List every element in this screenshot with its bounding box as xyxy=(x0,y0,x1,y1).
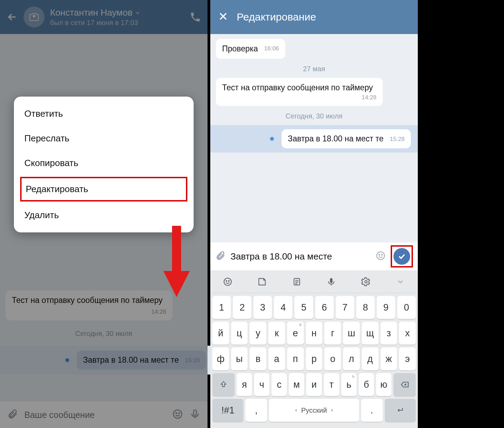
key-г[interactable]: г xyxy=(324,322,341,345)
call-icon[interactable] xyxy=(189,11,201,23)
key-8[interactable]: 8 xyxy=(356,296,375,319)
menu-delete[interactable]: Удалить xyxy=(14,203,194,228)
key-9[interactable]: 9 xyxy=(377,296,395,319)
menu-forward[interactable]: Переслать xyxy=(14,126,194,151)
key-ь[interactable]: ьъ xyxy=(341,373,357,396)
mic-icon[interactable] xyxy=(189,409,201,421)
key-ш[interactable]: ш xyxy=(343,322,360,345)
key-т[interactable]: т xyxy=(324,373,339,396)
svg-rect-3 xyxy=(194,410,196,415)
key-з[interactable]: з xyxy=(381,322,397,345)
edit-input-bar xyxy=(210,242,418,270)
key-3[interactable]: 3 xyxy=(253,296,272,319)
key-7[interactable]: 7 xyxy=(336,296,354,319)
message-text: Проверка xyxy=(222,44,258,53)
key-ж[interactable]: ж xyxy=(381,347,397,370)
message-time: 15:28 xyxy=(185,357,200,364)
key-ю[interactable]: ю xyxy=(376,373,391,396)
key-н[interactable]: н xyxy=(306,322,323,345)
menu-copy[interactable]: Скопировать xyxy=(14,151,194,175)
message-input-bar xyxy=(0,402,208,428)
key-dot[interactable]: . xyxy=(361,399,383,422)
key-6[interactable]: 6 xyxy=(315,296,334,319)
key-с[interactable]: с xyxy=(271,373,287,396)
message-in[interactable]: Проверка 16:06 xyxy=(216,39,412,59)
message-time: 16:06 xyxy=(264,45,279,52)
back-arrow-icon[interactable] xyxy=(6,11,18,23)
message-in[interactable]: Тест на отправку сообщения по таймеру 14… xyxy=(6,290,172,320)
key-щ[interactable]: щ xyxy=(362,322,379,345)
kbd-voice-icon[interactable] xyxy=(314,270,349,293)
kbd-emoji-icon[interactable] xyxy=(210,270,245,293)
key-enter[interactable] xyxy=(385,399,416,422)
key-1[interactable]: 1 xyxy=(212,296,231,319)
key-о[interactable]: о xyxy=(324,347,341,370)
annotation-arrow-icon xyxy=(162,226,192,299)
key-л[interactable]: л xyxy=(343,347,360,370)
key-2[interactable]: 2 xyxy=(233,296,251,319)
attachment-icon[interactable] xyxy=(215,250,226,262)
svg-point-9 xyxy=(224,278,231,285)
send-button[interactable] xyxy=(393,248,410,265)
message-text: Тест на отправку сообщения по таймеру xyxy=(222,83,373,92)
attachment-icon[interactable] xyxy=(7,409,18,421)
key-backspace[interactable] xyxy=(393,373,416,396)
key-к[interactable]: к xyxy=(268,322,285,345)
key-е[interactable]: её xyxy=(287,322,304,345)
key-0[interactable]: 0 xyxy=(397,296,416,319)
key-ы[interactable]: ы xyxy=(231,347,248,370)
svg-point-11 xyxy=(228,280,229,281)
edit-title: Редактирование xyxy=(237,11,316,23)
key-у[interactable]: у xyxy=(250,322,266,345)
key-э[interactable]: э xyxy=(399,347,416,370)
kbd-sticker-icon[interactable] xyxy=(245,270,279,293)
date-separator: 27 мая xyxy=(216,65,412,73)
message-text: Завтра в 18.00 на мест те xyxy=(83,355,179,364)
edit-input[interactable] xyxy=(230,251,371,262)
menu-reply[interactable]: Ответить xyxy=(14,101,194,126)
kbd-clipboard-icon[interactable] xyxy=(279,270,314,293)
kbd-settings-icon[interactable] xyxy=(349,270,383,293)
key-р[interactable]: р xyxy=(306,347,323,370)
key-comma[interactable]: , xyxy=(245,399,267,422)
key-х[interactable]: х xyxy=(399,322,416,345)
contact-name[interactable]: Константин Наумов xyxy=(50,7,184,18)
key-я[interactable]: я xyxy=(237,373,252,396)
key-4[interactable]: 4 xyxy=(274,296,292,319)
context-menu: Ответить Переслать Скопировать Редактиро… xyxy=(14,97,194,232)
key-м[interactable]: м xyxy=(289,373,304,396)
kbd-collapse-icon[interactable] xyxy=(383,270,418,293)
editing-message-row[interactable]: Завтра в 18.00 на мест те 15:28 xyxy=(210,125,418,153)
key-shift[interactable] xyxy=(212,373,235,396)
chevron-down-icon xyxy=(135,10,141,16)
last-seen: был в сети 17 июня в 17:03 xyxy=(50,19,184,27)
selection-dot-icon xyxy=(65,358,69,362)
key-symbols[interactable]: !#1 xyxy=(212,399,243,422)
key-ч[interactable]: ч xyxy=(254,373,269,396)
key-ц[interactable]: ц xyxy=(231,322,248,345)
key-в[interactable]: в xyxy=(250,347,266,370)
key-п[interactable]: п xyxy=(287,347,304,370)
key-д[interactable]: д xyxy=(362,347,379,370)
message-in[interactable]: Тест на отправку сообщения по таймеру 14… xyxy=(216,78,412,106)
emoji-icon[interactable] xyxy=(172,409,183,421)
key-space[interactable]: Русский xyxy=(269,399,359,422)
key-и[interactable]: и xyxy=(306,373,322,396)
close-icon[interactable] xyxy=(218,11,228,23)
message-input[interactable] xyxy=(24,410,166,420)
avatar[interactable] xyxy=(24,7,44,27)
key-б[interactable]: б xyxy=(359,373,374,396)
selection-dot-icon xyxy=(270,137,274,141)
message-time: 15:28 xyxy=(390,136,405,143)
key-5[interactable]: 5 xyxy=(294,296,313,319)
emoji-icon[interactable] xyxy=(375,250,386,262)
svg-point-1 xyxy=(176,413,177,414)
chat-header: Константин Наумов был в сети 17 июня в 1… xyxy=(0,0,208,34)
key-ф[interactable]: ф xyxy=(212,347,229,370)
key-й[interactable]: й xyxy=(212,322,229,345)
message-text: Тест на отправку сообщения по таймеру xyxy=(12,296,163,305)
svg-point-14 xyxy=(365,280,367,283)
key-а[interactable]: а xyxy=(268,347,285,370)
selected-message-row[interactable]: Завтра в 18.00 на мест те 15:28 xyxy=(0,346,213,374)
menu-edit[interactable]: Редактировать xyxy=(20,177,187,201)
